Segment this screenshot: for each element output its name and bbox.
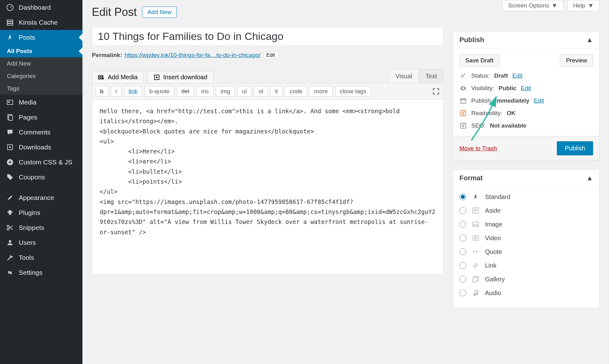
pin-icon [471,192,480,201]
format-option-image[interactable]: Image [459,220,593,229]
publish-heading[interactable]: Publish▲ [453,32,599,49]
edit-visibility-link[interactable]: Edit [521,85,531,92]
content-textarea[interactable] [92,100,443,274]
format-option-aside[interactable]: Aside [459,206,593,215]
qt-italic-button[interactable]: i [111,86,121,97]
sidebar-item-snippets[interactable]: Snippets [0,220,82,235]
video-icon [471,234,480,242]
svg-point-28 [476,293,478,295]
sidebar-item-appearance[interactable]: Appearance [0,190,82,205]
format-option-audio[interactable]: Audio [459,289,593,297]
qt-del-button[interactable]: del [177,86,194,97]
publish-button[interactable]: Publish [557,141,593,155]
format-option-gallery[interactable]: Gallery [459,275,593,284]
sidebar-label: Plugins [19,209,40,216]
help-button[interactable]: Help ▼ [567,0,600,11]
edit-slug-button[interactable]: Edit [263,51,279,59]
svg-point-14 [10,273,12,274]
qt-li-button[interactable]: li [270,86,282,97]
sidebar-label: Coupons [19,173,45,181]
qt-bold-button[interactable]: b [95,86,108,97]
edit-publish-date-link[interactable]: Edit [534,97,544,104]
plugin-icon [6,209,14,216]
svg-point-5 [8,101,10,103]
sidebar-item-custom-css[interactable]: Custom CSS & JS [0,155,82,170]
tab-text[interactable]: Text [419,69,443,83]
sidebar-item-downloads[interactable]: Downloads [0,140,82,155]
sidebar-label: Custom CSS & JS [19,158,72,166]
sidebar-label: Posts [19,34,35,41]
add-media-button[interactable]: Add Media [92,71,144,84]
sidebar-subitem-all-posts[interactable]: All Posts [0,45,82,57]
qt-ol-button[interactable]: ol [254,86,268,97]
qt-link-button[interactable]: link [124,86,142,97]
qt-img-button[interactable]: img [216,86,235,97]
sidebar-label: Snippets [19,224,44,231]
qt-more-button[interactable]: more [309,86,332,97]
fullscreen-icon[interactable] [432,87,440,95]
svg-rect-4 [7,100,13,104]
qt-code-button[interactable]: code [285,86,307,97]
sidebar-label: Kinsta Cache [19,19,58,26]
svg-point-10 [7,225,9,227]
sidebar-item-tools[interactable]: Tools [0,250,82,265]
format-option-quote[interactable]: Quote [459,247,593,256]
insert-download-button[interactable]: Insert download [147,71,213,84]
svg-rect-15 [98,75,102,79]
edit-status-link[interactable]: Edit [512,72,523,79]
sidebar-item-comments[interactable]: Comments [0,125,82,140]
sidebar-subitem-categories[interactable]: Categories [0,70,82,82]
sidebar-subitem-add-new[interactable]: Add New [0,57,82,70]
chevron-up-icon: ▲ [586,174,593,182]
post-title-input[interactable] [92,27,443,46]
media-icon [6,99,14,106]
pin-icon [6,34,14,41]
preview-button[interactable]: Preview [560,54,593,67]
sidebar-item-posts[interactable]: Posts [0,30,82,45]
sidebar-item-kinsta[interactable]: Kinsta Cache [0,15,82,30]
qt-bquote-button[interactable]: b-quote [145,86,174,97]
sidebar-label: Comments [19,129,51,136]
format-option-video[interactable]: Video [459,234,593,242]
svg-point-19 [461,75,463,77]
sidebar-label: Tools [19,254,34,261]
format-option-link[interactable]: Link [459,261,593,270]
pages-icon [6,114,14,121]
tab-visual[interactable]: Visual [389,69,419,83]
permalink-row: Permalink: https://wpdev.ink/10-things-f… [92,51,443,59]
plus-icon [6,158,14,166]
sidebar-item-coupons[interactable]: Coupons [0,170,82,185]
qt-ins-button[interactable]: ins [196,86,213,97]
qt-close-button[interactable]: close tags [335,86,371,97]
users-icon [6,239,14,246]
permalink-link[interactable]: https://wpdev.ink/10-things-for-fa…to-do… [125,52,260,59]
scissors-icon [6,224,14,231]
chevron-down-icon: ▼ [588,2,594,9]
main-content: Screen Options ▼ Help ▼ Edit Post Add Ne… [82,0,609,364]
calendar-icon [459,97,467,104]
svg-rect-22 [461,123,466,129]
save-draft-button[interactable]: Save Draft [459,54,499,67]
svg-rect-3 [7,24,13,25]
sidebar-item-users[interactable]: Users [0,235,82,250]
yoast-readability-icon [459,110,467,117]
sidebar-label: Pages [19,114,37,121]
audio-icon [471,289,480,297]
sidebar-item-plugins[interactable]: Plugins [0,205,82,220]
top-right-tabs: Screen Options ▼ Help ▼ [502,0,600,11]
sidebar-item-dashboard[interactable]: Dashboard [0,0,82,15]
sidebar-item-media[interactable]: Media [0,95,82,110]
svg-rect-2 [7,22,13,23]
svg-point-16 [100,76,102,78]
screen-options-button[interactable]: Screen Options ▼ [502,0,563,11]
sidebar-subitem-tags[interactable]: Tags [0,82,82,95]
sidebar-item-settings[interactable]: Settings [0,265,82,280]
gallery-icon [471,275,480,284]
qt-ul-button[interactable]: ul [237,86,251,97]
download-icon [153,74,160,81]
format-heading[interactable]: Format▲ [453,170,599,187]
add-new-button[interactable]: Add New [142,7,177,18]
sidebar-item-pages[interactable]: Pages [0,110,82,125]
format-option-standard[interactable]: Standard [459,192,593,201]
move-to-trash-link[interactable]: Move to Trash [459,145,497,152]
